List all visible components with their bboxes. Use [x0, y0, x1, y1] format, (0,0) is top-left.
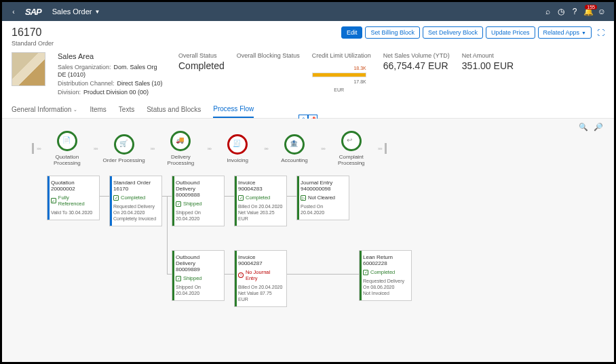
card-status: Shipped: [183, 275, 202, 281]
anchor-bar: General Information ⌄ Items Texts Status…: [2, 101, 614, 119]
card-meta: Shipped On 20.04.2020: [176, 209, 220, 222]
lane-end-marker: [385, 143, 387, 154]
nsv-label: Net Sales Volume (YTD): [383, 52, 450, 59]
card-status: Not Cleared: [308, 195, 335, 201]
page-title: 16170: [12, 26, 54, 39]
card-title: Invoice: [238, 254, 283, 260]
chevron-down-icon: ⌄: [73, 107, 77, 113]
dist-channel-value: Direct Sales (10): [117, 80, 163, 87]
card-invoice-1[interactable]: Invoice 90004283 ✓Completed Billed On 20…: [234, 176, 287, 226]
tab-general-label: General Information: [12, 106, 71, 113]
help-icon[interactable]: ?: [568, 7, 581, 16]
chevron-icon: »»: [94, 146, 98, 151]
check-icon: ✓: [51, 198, 56, 203]
lane-order-label: Order Processing: [102, 157, 145, 163]
card-title: Invoice: [238, 180, 283, 186]
edit-button[interactable]: Edit: [341, 26, 363, 39]
card-id: 80009888: [176, 192, 220, 198]
update-prices-button[interactable]: Update Prices: [486, 26, 535, 39]
card-delivery-1[interactable]: Outbound Delivery 80009888 ✓Shipped Ship…: [172, 176, 225, 226]
related-apps-label: Related Apps: [543, 29, 580, 36]
card-status: Completed: [121, 195, 145, 201]
sap-logo: SAP: [25, 7, 41, 17]
chevron-icon: »»: [151, 146, 155, 151]
related-apps-button[interactable]: Related Apps ▼: [538, 26, 592, 39]
card-meta: Completely Invoiced: [113, 216, 158, 222]
tab-items[interactable]: Items: [90, 101, 106, 118]
blocking-status-label: Overall Blocking Status: [237, 52, 300, 59]
credit-limit-label: Credit Limit Utilization: [312, 52, 371, 59]
lane-complaint-label: Complaint Processing: [328, 154, 375, 166]
sales-area-title: Sales Area: [58, 52, 166, 60]
net-amount-label: Net Amount: [462, 52, 514, 59]
card-meta: Requested Delivery On 20.04.2020: [113, 203, 158, 216]
search-icon[interactable]: ⌕: [541, 7, 554, 16]
card-id: 90004283: [238, 186, 283, 192]
fullscreen-icon[interactable]: ⛶: [597, 28, 604, 37]
shell-title-text: Sales Order: [52, 7, 92, 16]
card-meta: Posted On 20.04.2020: [301, 203, 345, 216]
card-meta: Billed On 20.04.2020: [238, 284, 283, 290]
card-meta: Shipped On 20.04.2020: [176, 284, 220, 296]
card-status: Shipped: [183, 201, 202, 207]
lane-invoicing[interactable]: 🧾 Invoicing: [214, 134, 261, 163]
page-subtitle: Standard Order: [12, 40, 54, 47]
lane-delivery[interactable]: 🚚 Delivery Processing: [157, 131, 204, 166]
card-status: Completed: [246, 195, 270, 201]
credit-limit-chart: 18.3K 17.8K EUR: [312, 60, 366, 77]
card-title: Lean Return: [363, 254, 408, 260]
lane-accounting[interactable]: 🏦 Accounting: [271, 134, 318, 163]
card-meta: Requested Delivery On 08.06.2020: [363, 278, 408, 290]
card-journal-entry[interactable]: Journal Entry 9400000098 ▷Not Cleared Po…: [296, 176, 349, 220]
card-title: Outbound Delivery: [176, 180, 220, 192]
lane-complaint[interactable]: ↩ Complaint Processing: [328, 131, 375, 166]
chevron-down-icon: ▼: [581, 31, 586, 35]
card-id: 9400000098: [301, 186, 345, 192]
set-delivery-block-button[interactable]: Set Delivery Block: [423, 26, 483, 39]
tab-status-blocks[interactable]: Status and Blocks: [147, 101, 201, 118]
overall-status-value: Completed: [178, 60, 225, 71]
card-quotation[interactable]: Quotation 20000002 ✓Fully Referenced Val…: [47, 176, 100, 220]
lane-quotation[interactable]: 📄 Quotation Processing: [43, 131, 91, 166]
card-meta: Billed On 20.04.2020: [238, 203, 283, 209]
card-meta: Not Invoiced: [363, 290, 408, 296]
overall-status-label: Overall Status: [178, 52, 225, 59]
lane-invoicing-label: Invoicing: [227, 157, 248, 163]
zoom-in-icon[interactable]: 🔍: [579, 123, 588, 132]
connector: [287, 274, 359, 275]
check-icon: ✓: [176, 201, 181, 207]
sales-org-label: Sales Organization:: [58, 64, 111, 70]
connector: [167, 196, 168, 274]
page-header: 16170 Standard Order Edit Set Billing Bl…: [2, 21, 614, 49]
shell-title[interactable]: Sales Order ▼: [52, 7, 100, 16]
lane-delivery-label: Delivery Processing: [157, 154, 204, 166]
lane-order[interactable]: 🛒 Order Processing: [100, 134, 148, 163]
notification-icon[interactable]: 🔔155: [581, 7, 595, 16]
tab-process-flow[interactable]: Process Flow: [213, 101, 254, 118]
card-lean-return[interactable]: Lean Return 60002228 ✓Completed Requeste…: [359, 250, 412, 301]
zoom-out-icon[interactable]: 🔎: [594, 123, 603, 132]
user-icon[interactable]: ☺: [595, 7, 609, 16]
card-delivery-2[interactable]: Outbound Delivery 80009889 ✓Shipped Ship…: [172, 250, 225, 301]
check-icon: ✓: [363, 270, 368, 275]
tab-general[interactable]: General Information ⌄: [12, 101, 77, 118]
chevron-icon: »»: [207, 146, 211, 151]
back-button[interactable]: ‹: [7, 8, 20, 16]
set-billing-block-button[interactable]: Set Billing Block: [365, 26, 420, 39]
pending-icon: ▷: [301, 195, 306, 201]
dist-channel-label: Distribution Channel:: [58, 80, 115, 87]
card-id: 80009889: [176, 266, 220, 272]
clock-icon[interactable]: ◷: [554, 7, 568, 16]
division-value: Product Division 00 (00): [83, 89, 149, 96]
card-invoice-2[interactable]: Invoice 90004287 !No Journal Entry Bille…: [234, 250, 287, 307]
card-id: 20000002: [51, 186, 96, 192]
object-image: [12, 52, 45, 86]
process-flow-section: 🔍 🔎 »» 📄 Quotation Processing »» 🛒 Order…: [2, 119, 614, 363]
card-title: Standard Order: [113, 180, 158, 186]
card-order[interactable]: Standard Order 16170 ✓Completed Requeste…: [109, 176, 162, 226]
card-title: Journal Entry: [301, 180, 345, 186]
tab-texts[interactable]: Texts: [119, 101, 134, 118]
card-status: Fully Referenced: [58, 195, 96, 207]
check-icon: ✓: [238, 195, 244, 201]
receipt-icon: 🧾: [233, 140, 242, 149]
